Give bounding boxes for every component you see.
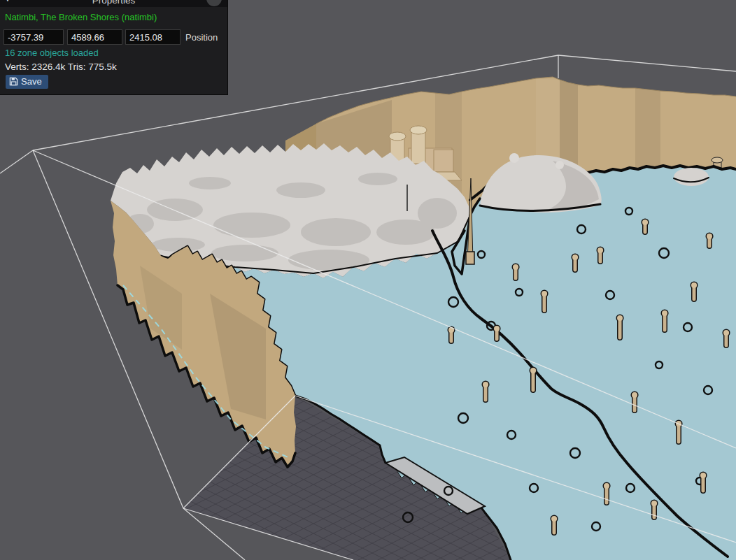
position-y-input[interactable] [67, 29, 122, 45]
position-label: Position [185, 32, 218, 43]
zone-name-label: Natimbi, The Broken Shores (natimbi) [5, 12, 157, 22]
panel-title: Properties [0, 0, 227, 7]
zone-objects-status: 16 zone objects loaded [5, 48, 99, 58]
app-window: ▼ Properties Natimbi, The Broken Shores … [0, 0, 736, 560]
position-z-input[interactable] [125, 29, 181, 45]
properties-panel: ▼ Properties Natimbi, The Broken Shores … [0, 0, 228, 95]
mesh-stats-label: Verts: 2326.4k Tris: 775.5k [5, 62, 117, 72]
save-button[interactable]: Save [6, 75, 48, 89]
panel-header[interactable]: ▼ Properties [0, 0, 227, 7]
save-floppy-icon [9, 77, 18, 86]
position-x-input[interactable] [3, 29, 64, 45]
save-button-label: Save [21, 76, 42, 87]
collapse-arrow-icon[interactable]: ▼ [4, 0, 11, 3]
